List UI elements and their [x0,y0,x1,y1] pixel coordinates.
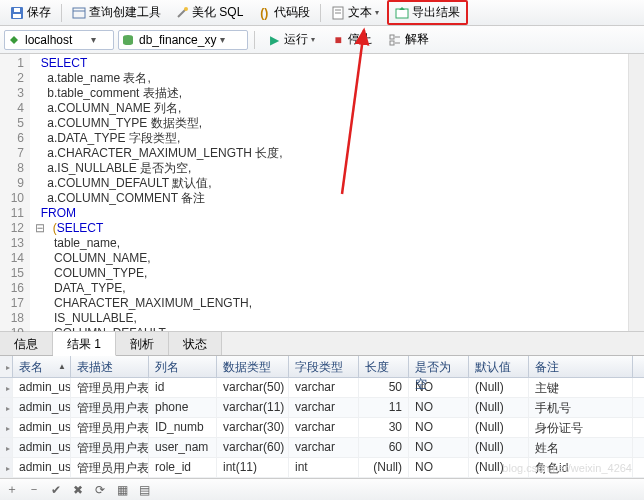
table-row[interactable]: admin_us管理员用户表ID_numbvarchar(30)varchar3… [0,418,644,438]
save-icon [10,6,24,20]
text-button[interactable]: 文本 ▾ [325,2,385,23]
col-header[interactable]: 是否为空 [409,356,469,377]
cell[interactable]: 11 [359,398,409,417]
line-gutter: 12345678910111213141516171819 [0,54,30,331]
svg-rect-1 [13,14,21,18]
cell[interactable]: 手机号 [529,398,633,417]
col-header[interactable]: 数据类型 [217,356,289,377]
chevron-down-icon: ▾ [220,34,234,45]
cell[interactable]: NO [409,438,469,457]
cell[interactable]: varchar(60) [217,438,289,457]
query-builder-button[interactable]: 查询创建工具 [66,2,167,23]
col-header[interactable]: 表名 [13,356,71,377]
col-header[interactable]: 长度 [359,356,409,377]
query-builder-icon [72,6,86,20]
run-button[interactable]: ▶ 运行 ▾ [261,29,321,50]
cell[interactable]: 50 [359,378,409,397]
cell[interactable]: 30 [359,418,409,437]
row-handle[interactable] [0,458,13,477]
statusbar: ＋ － ✔ ✖ ⟳ ▦ ▤ [0,478,644,500]
row-handle[interactable] [0,398,13,417]
cell[interactable]: 身份证号 [529,418,633,437]
cell[interactable]: 60 [359,438,409,457]
chevron-down-icon: ▾ [375,8,379,17]
cell[interactable]: (Null) [469,458,529,477]
cell[interactable]: NO [409,418,469,437]
col-header[interactable]: 列名 [149,356,217,377]
explain-button[interactable]: 解释 [382,29,435,50]
db-combo[interactable]: db_finance_xy ▾ [118,30,248,50]
cell[interactable]: admin_us [13,458,71,477]
col-header[interactable]: 默认值 [469,356,529,377]
cell[interactable]: NO [409,398,469,417]
cell[interactable]: ID_numb [149,418,217,437]
cell[interactable]: (Null) [469,398,529,417]
cell[interactable]: admin_us [13,438,71,457]
save-button[interactable]: 保存 [4,2,57,23]
svg-rect-2 [14,8,20,12]
col-header[interactable]: 备注 [529,356,633,377]
add-row-icon[interactable]: ＋ [4,482,20,498]
apply-icon[interactable]: ✔ [48,482,64,498]
cell[interactable]: int [289,458,359,477]
cell[interactable]: (Null) [359,458,409,477]
cell[interactable]: varchar [289,378,359,397]
table-row[interactable]: admin_us管理员用户表idvarchar(50)varchar50NO(N… [0,378,644,398]
stop-button[interactable]: ■ 停止 [325,29,378,50]
cell[interactable]: id [149,378,217,397]
refresh-icon[interactable]: ⟳ [92,482,108,498]
cell[interactable]: (Null) [469,418,529,437]
cell[interactable]: 管理员用户表 [71,398,149,417]
delete-row-icon[interactable]: － [26,482,42,498]
cell[interactable]: varchar [289,418,359,437]
cell[interactable]: int(11) [217,458,289,477]
row-handle[interactable] [0,418,13,437]
cell[interactable]: varchar(50) [217,378,289,397]
cell[interactable]: admin_us [13,398,71,417]
cell[interactable]: 角色id [529,458,633,477]
cell[interactable]: 管理员用户表 [71,458,149,477]
code-area[interactable]: SELECT a.table_name 表名, b.table_comment … [30,54,628,331]
cell[interactable]: 管理员用户表 [71,378,149,397]
connection-toolbar: localhost ▾ db_finance_xy ▾ ▶ 运行 ▾ ■ 停止 … [0,26,644,54]
form-view-icon[interactable]: ▤ [136,482,152,498]
cell[interactable]: 姓名 [529,438,633,457]
row-handle-header [0,356,13,377]
cell[interactable]: 管理员用户表 [71,438,149,457]
table-row[interactable]: admin_us管理员用户表phonevarchar(11)varchar11N… [0,398,644,418]
export-button[interactable]: 导出结果 [387,0,468,25]
grid-view-icon[interactable]: ▦ [114,482,130,498]
cell[interactable]: user_nam [149,438,217,457]
tab-2[interactable]: 剖析 [116,332,169,355]
svg-rect-13 [390,41,394,45]
row-handle[interactable] [0,438,13,457]
vertical-scrollbar[interactable] [628,54,644,331]
save-label: 保存 [27,4,51,21]
tab-3[interactable]: 状态 [169,332,222,355]
cell[interactable]: varchar(30) [217,418,289,437]
cell[interactable]: 主键 [529,378,633,397]
col-header[interactable]: 表描述 [71,356,149,377]
tab-1[interactable]: 结果 1 [53,332,116,356]
col-header[interactable]: 字段类型 [289,356,359,377]
cell[interactable]: 管理员用户表 [71,418,149,437]
cell[interactable]: varchar [289,438,359,457]
cell[interactable]: (Null) [469,378,529,397]
cell[interactable]: role_id [149,458,217,477]
table-row[interactable]: admin_us管理员用户表user_namvarchar(60)varchar… [0,438,644,458]
cancel-icon[interactable]: ✖ [70,482,86,498]
grid-header: 表名表描述列名数据类型字段类型长度是否为空默认值备注 [0,356,644,378]
cell[interactable]: varchar [289,398,359,417]
host-combo[interactable]: localhost ▾ [4,30,114,50]
cell[interactable]: (Null) [469,438,529,457]
snippet-button[interactable]: () 代码段 [251,2,316,23]
cell[interactable]: admin_us [13,418,71,437]
row-handle[interactable] [0,378,13,397]
beautify-button[interactable]: 美化 SQL [169,2,249,23]
tab-0[interactable]: 信息 [0,332,53,355]
cell[interactable]: admin_us [13,378,71,397]
cell[interactable]: varchar(11) [217,398,289,417]
cell[interactable]: phone [149,398,217,417]
cell[interactable]: NO [409,458,469,477]
table-row[interactable]: admin_us管理员用户表role_idint(11)int(Null)NO(… [0,458,644,478]
